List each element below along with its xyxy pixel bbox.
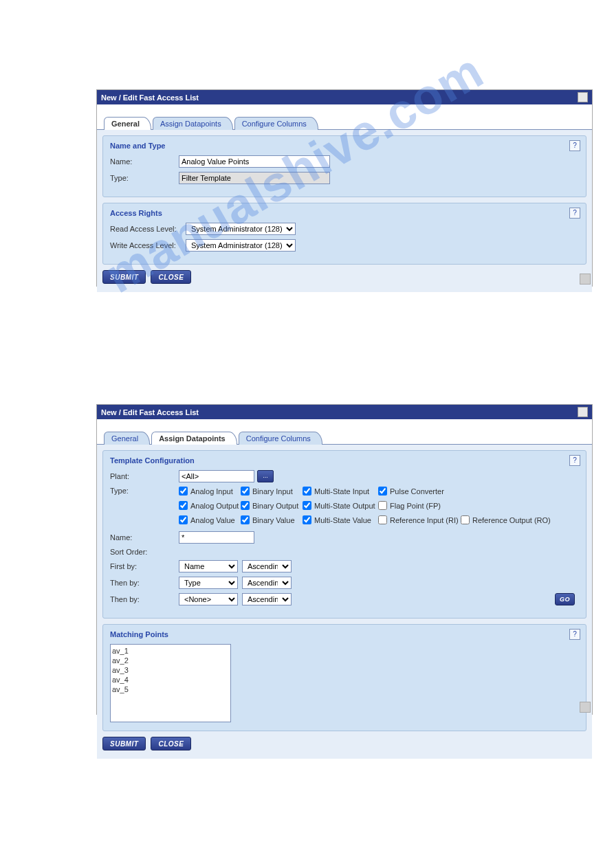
sort-order-label: Sort Order: xyxy=(110,548,179,556)
name-label: Name: xyxy=(110,157,179,166)
titlebar: New / Edit Fast Access List xyxy=(97,405,592,419)
name-input[interactable] xyxy=(179,155,330,168)
type-checkbox[interactable]: Binary Value xyxy=(241,515,303,524)
titlebar: New / Edit Fast Access List xyxy=(97,90,592,104)
checkbox-input[interactable] xyxy=(241,487,250,496)
read-access-label: Read Access Level: xyxy=(110,225,186,233)
checkbox-input[interactable] xyxy=(241,515,250,524)
panel-title: Template Configuration xyxy=(110,456,579,465)
tab-configure-columns[interactable]: Configure Columns xyxy=(234,117,318,130)
first-by-field-select[interactable]: Name xyxy=(179,560,238,572)
checkbox-label: Reference Input (RI) xyxy=(390,516,459,524)
type-checkbox[interactable]: Flag Point (FP) xyxy=(378,501,461,510)
checkbox-input[interactable] xyxy=(303,501,311,510)
write-access-label: Write Access Level: xyxy=(110,241,186,249)
name-filter-input[interactable] xyxy=(179,531,254,544)
panel-matching-points: ? Matching Points av_1av_2av_3av_4av_5 xyxy=(102,624,586,731)
type-checkbox[interactable]: Analog Value xyxy=(179,515,241,524)
checkbox-input[interactable] xyxy=(179,515,188,524)
checkbox-input[interactable] xyxy=(179,487,188,496)
dialog-fast-access-list-assign: New / Edit Fast Access List General Assi… xyxy=(96,404,593,715)
type-checkbox xyxy=(461,487,557,496)
panel-title: Access Rights xyxy=(110,209,579,217)
close-icon[interactable] xyxy=(578,407,588,417)
close-button[interactable]: CLOSE xyxy=(151,737,191,750)
then-by2-field-select[interactable]: <None> xyxy=(179,593,238,605)
window-title: New / Edit Fast Access List xyxy=(101,93,199,102)
type-label: Type: xyxy=(110,174,179,182)
list-item[interactable]: av_5 xyxy=(112,685,229,694)
then-by1-field-select[interactable]: Type xyxy=(179,577,238,589)
first-by-order-select[interactable]: Ascending xyxy=(242,560,292,572)
read-access-select[interactable]: System Administrator (128) xyxy=(186,223,296,235)
plant-label: Plant: xyxy=(110,472,179,480)
type-checkbox[interactable]: Multi-State Value xyxy=(303,515,378,524)
then-by1-order-select[interactable]: Ascending xyxy=(242,577,292,589)
type-checkbox-grid: Analog InputBinary InputMulti-State Inpu… xyxy=(179,487,557,527)
type-checkbox[interactable]: Analog Input xyxy=(179,487,241,496)
type-checkbox[interactable]: Binary Input xyxy=(241,487,303,496)
checkbox-label: Flag Point (FP) xyxy=(390,502,441,510)
tab-configure-columns[interactable]: Configure Columns xyxy=(239,432,322,445)
dialog-fast-access-list-general: New / Edit Fast Access List General Assi… xyxy=(96,89,593,287)
help-icon[interactable]: ? xyxy=(569,629,580,640)
type-checkbox[interactable]: Multi-State Input xyxy=(303,487,378,496)
list-item[interactable]: av_4 xyxy=(112,675,229,685)
help-icon[interactable]: ? xyxy=(569,140,580,151)
then-by1-label: Then by: xyxy=(110,579,179,587)
dialog-body: ? Name and Type Name: Type: ? Access Rig… xyxy=(97,130,592,292)
checkbox-label: Pulse Converter xyxy=(390,487,444,496)
type-checkbox[interactable]: Multi-State Output xyxy=(303,501,378,510)
resize-handle[interactable] xyxy=(580,702,591,713)
then-by2-order-select[interactable]: Ascending xyxy=(242,593,292,605)
checkbox-label: Multi-State Output xyxy=(314,502,375,510)
tab-assign-datapoints[interactable]: Assign Datapoints xyxy=(153,117,233,130)
matching-points-listbox[interactable]: av_1av_2av_3av_4av_5 xyxy=(110,644,231,722)
checkbox-input[interactable] xyxy=(241,501,250,510)
button-row: SUBMIT CLOSE xyxy=(102,270,586,284)
list-item[interactable]: av_3 xyxy=(112,665,229,675)
type-label: Type: xyxy=(110,487,179,495)
help-icon[interactable]: ? xyxy=(569,208,580,219)
tab-general[interactable]: General xyxy=(104,117,151,130)
checkbox-label: Analog Input xyxy=(190,487,233,496)
checkbox-input[interactable] xyxy=(461,515,470,524)
resize-handle[interactable] xyxy=(580,274,591,285)
go-button[interactable]: GO xyxy=(555,593,575,605)
type-checkbox[interactable]: Analog Output xyxy=(179,501,241,510)
tab-general[interactable]: General xyxy=(104,432,150,445)
checkbox-input[interactable] xyxy=(378,515,387,524)
checkbox-label: Multi-State Input xyxy=(314,487,369,496)
checkbox-input[interactable] xyxy=(378,487,387,496)
checkbox-input[interactable] xyxy=(378,501,387,510)
close-icon[interactable] xyxy=(578,92,588,102)
panel-template-configuration: ? Template Configuration Plant: ... Type… xyxy=(102,450,586,619)
list-item[interactable]: av_1 xyxy=(112,646,229,656)
help-icon[interactable]: ? xyxy=(569,455,580,466)
name-label: Name: xyxy=(110,533,179,542)
type-checkbox[interactable]: Pulse Converter xyxy=(378,487,461,496)
checkbox-label: Reference Output (RO) xyxy=(472,516,551,524)
dialog-body: ? Template Configuration Plant: ... Type… xyxy=(97,445,592,759)
type-checkbox[interactable]: Reference Output (RO) xyxy=(461,515,557,524)
checkbox-input[interactable] xyxy=(303,515,311,524)
submit-button[interactable]: SUBMIT xyxy=(102,737,146,750)
first-by-label: First by: xyxy=(110,562,179,570)
plant-browse-button[interactable]: ... xyxy=(257,470,274,482)
close-button[interactable]: CLOSE xyxy=(151,270,191,284)
tab-bar: General Assign Datapoints Configure Colu… xyxy=(97,104,592,130)
checkbox-label: Multi-State Value xyxy=(314,516,371,524)
checkbox-label: Binary Output xyxy=(252,502,298,510)
type-checkbox[interactable]: Reference Input (RI) xyxy=(378,515,461,524)
checkbox-label: Binary Input xyxy=(252,487,293,496)
tab-assign-datapoints[interactable]: Assign Datapoints xyxy=(151,432,237,445)
checkbox-input[interactable] xyxy=(303,487,311,496)
list-item[interactable]: av_2 xyxy=(112,656,229,665)
write-access-select[interactable]: System Administrator (128) xyxy=(186,239,296,252)
type-checkbox[interactable]: Binary Output xyxy=(241,501,303,510)
checkbox-input[interactable] xyxy=(179,501,188,510)
plant-input[interactable] xyxy=(179,470,254,482)
tab-bar: General Assign Datapoints Configure Colu… xyxy=(97,419,592,445)
panel-title: Name and Type xyxy=(110,142,579,150)
submit-button[interactable]: SUBMIT xyxy=(102,270,146,284)
